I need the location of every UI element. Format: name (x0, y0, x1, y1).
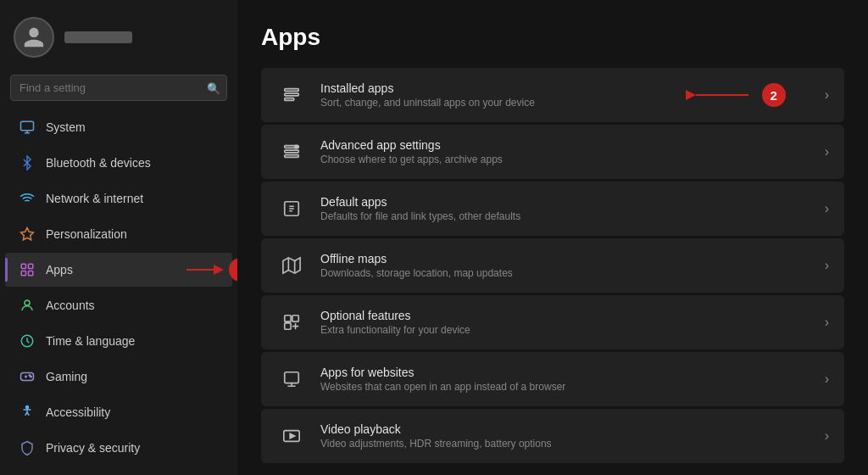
svg-rect-19 (285, 150, 299, 153)
svg-point-6 (25, 300, 30, 305)
sidebar-item-update[interactable]: Windows Update (5, 467, 232, 475)
svg-point-13 (26, 406, 29, 409)
accessibility-icon (19, 404, 36, 421)
apps-for-websites-icon (276, 364, 307, 394)
default-apps-icon (276, 193, 307, 224)
sidebar-item-bluetooth[interactable]: Bluetooth & devices (5, 146, 232, 180)
video-playback-icon (276, 421, 307, 451)
sidebar-item-system-label: System (46, 120, 86, 134)
svg-rect-16 (285, 98, 294, 101)
sidebar-item-personalization[interactable]: Personalization (5, 217, 232, 251)
page-title: Apps (261, 24, 844, 51)
nav-item-update-wrapper: Windows Update (0, 466, 237, 475)
sidebar-item-personalization-label: Personalization (46, 227, 127, 241)
video-playback-title: Video playback (320, 422, 811, 436)
sidebar-item-gaming[interactable]: Gaming (5, 360, 232, 394)
offline-maps-text: Offline maps Downloads, storage location… (320, 252, 811, 279)
search-input[interactable] (10, 75, 227, 101)
accounts-icon (19, 297, 36, 314)
sidebar-item-time[interactable]: Time & language (5, 324, 232, 358)
user-section (0, 8, 237, 71)
settings-item-default-apps[interactable]: Default apps Defaults for file and link … (261, 182, 844, 236)
settings-item-optional-features[interactable]: Optional features Extra functionality fo… (261, 295, 844, 349)
advanced-app-settings-text: Advanced app settings Choose where to ge… (320, 138, 811, 165)
sidebar: 🔍 System Bluetooth & devices Network & i… (0, 0, 237, 475)
apps-for-websites-subtitle: Websites that can open in an app instead… (320, 381, 811, 393)
username-bar (64, 31, 132, 43)
time-icon (19, 332, 36, 349)
installed-apps-text: Installed apps Sort, change, and uninsta… (320, 81, 676, 109)
sidebar-item-privacy[interactable]: Privacy & security (5, 431, 232, 465)
nav-item-network-wrapper: Network & internet (0, 181, 237, 216)
annotation-1-container: 1 (186, 258, 237, 282)
nav-item-system-wrapper: System (0, 109, 237, 145)
settings-item-offline-maps[interactable]: Offline maps Downloads, storage location… (261, 238, 844, 293)
default-apps-subtitle: Defaults for file and link types, other … (320, 210, 811, 222)
sidebar-item-time-label: Time & language (46, 334, 135, 348)
default-apps-title: Default apps (320, 195, 811, 209)
annotation-2-area: 2 (689, 83, 786, 107)
apps-for-websites-chevron: › (825, 372, 829, 387)
settings-item-advanced-app-settings[interactable]: Advanced app settings Choose where to ge… (261, 125, 844, 179)
optional-features-title: Optional features (320, 309, 811, 322)
settings-item-installed-apps[interactable]: Installed apps Sort, change, and uninsta… (261, 68, 844, 122)
sidebar-item-accounts[interactable]: Accounts (5, 288, 232, 322)
advanced-app-settings-chevron: › (825, 144, 829, 159)
system-icon (19, 119, 36, 136)
svg-rect-1 (21, 264, 25, 268)
offline-maps-title: Offline maps (320, 252, 811, 265)
optional-features-subtitle: Extra functionality for your device (320, 324, 811, 336)
sidebar-item-accessibility-label: Accessibility (46, 405, 110, 419)
sidebar-item-system[interactable]: System (5, 110, 232, 144)
svg-rect-14 (285, 89, 299, 92)
settings-item-video-playback[interactable]: Video playback Video adjustments, HDR st… (261, 409, 844, 463)
arrow-2-svg (689, 87, 757, 103)
main-content: Apps Installed apps Sort, change, and un… (237, 0, 868, 475)
optional-features-icon (276, 307, 307, 338)
nav-item-apps-wrapper: Apps 1 (0, 252, 237, 288)
optional-features-text: Optional features Extra functionality fo… (320, 309, 811, 336)
apps-for-websites-title: Apps for websites (320, 366, 811, 379)
privacy-icon (19, 439, 36, 456)
default-apps-chevron: › (825, 201, 829, 216)
sidebar-item-accessibility[interactable]: Accessibility (5, 395, 232, 429)
nav-item-privacy-wrapper: Privacy & security (0, 430, 237, 466)
svg-point-12 (31, 376, 32, 377)
video-playback-chevron: › (825, 428, 829, 444)
nav-item-bluetooth-wrapper: Bluetooth & devices (0, 145, 237, 181)
svg-rect-2 (29, 264, 33, 268)
nav-item-personalization-wrapper: Personalization (0, 216, 237, 252)
arrow-1-svg (186, 261, 229, 278)
bluetooth-icon (19, 154, 36, 171)
installed-apps-title: Installed apps (320, 81, 676, 95)
nav-item-time-wrapper: Time & language (0, 323, 237, 359)
installed-apps-chevron: › (825, 87, 829, 103)
settings-item-apps-for-websites[interactable]: Apps for websites Websites that can open… (261, 352, 844, 406)
svg-rect-20 (285, 155, 299, 158)
svg-rect-28 (285, 323, 291, 329)
sidebar-item-accounts-label: Accounts (46, 299, 95, 312)
svg-rect-3 (21, 271, 25, 276)
search-box[interactable]: 🔍 (10, 75, 227, 101)
nav-item-accounts-wrapper: Accounts (0, 288, 237, 323)
network-icon (19, 190, 36, 207)
sidebar-item-bluetooth-label: Bluetooth & devices (46, 156, 151, 170)
installed-apps-subtitle: Sort, change, and uninstall apps on your… (320, 97, 676, 109)
avatar (14, 17, 54, 58)
svg-rect-26 (285, 316, 291, 321)
settings-list: Installed apps Sort, change, and uninsta… (261, 68, 844, 463)
video-playback-subtitle: Video adjustments, HDR streaming, batter… (320, 438, 811, 450)
optional-features-chevron: › (825, 315, 829, 330)
svg-rect-27 (292, 316, 298, 321)
video-playback-text: Video playback Video adjustments, HDR st… (320, 422, 811, 450)
offline-maps-icon (276, 250, 307, 281)
advanced-app-settings-title: Advanced app settings (320, 138, 811, 152)
nav-item-accessibility-wrapper: Accessibility (0, 394, 237, 430)
sidebar-item-network[interactable]: Network & internet (5, 182, 232, 215)
badge-2: 2 (762, 83, 786, 107)
svg-rect-15 (285, 93, 299, 96)
offline-maps-chevron: › (825, 258, 829, 273)
svg-marker-31 (290, 433, 295, 439)
gaming-icon (19, 368, 36, 385)
svg-rect-0 (21, 121, 34, 131)
